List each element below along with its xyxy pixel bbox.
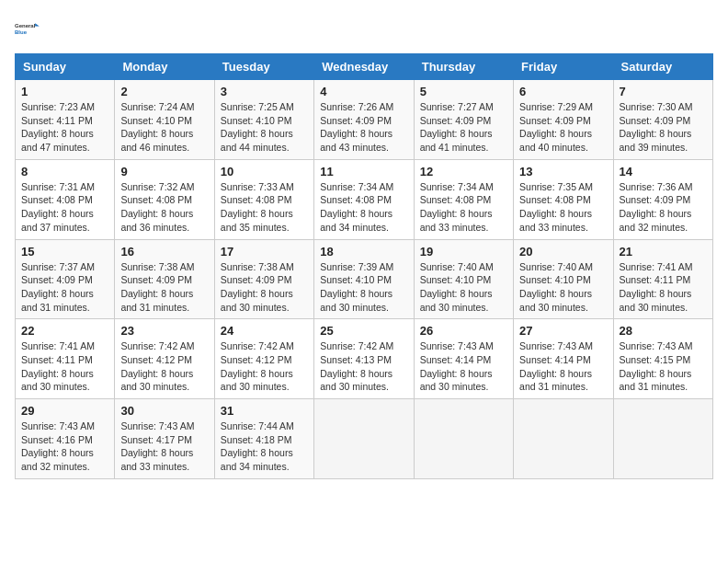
day-info: Sunrise: 7:42 AMSunset: 4:12 PMDaylight:…	[221, 339, 308, 394]
day-number: 11	[320, 165, 407, 178]
day-cell: 7Sunrise: 7:30 AMSunset: 4:09 PMDaylight…	[613, 80, 712, 160]
day-number: 26	[420, 324, 507, 338]
day-cell: 10Sunrise: 7:33 AMSunset: 4:08 PMDayligh…	[214, 159, 313, 239]
day-number: 9	[120, 165, 208, 178]
day-cell: 26Sunrise: 7:43 AMSunset: 4:14 PMDayligh…	[414, 319, 513, 399]
day-info: Sunrise: 7:35 AMSunset: 4:08 PMDaylight:…	[519, 180, 607, 235]
logo-icon: GeneralBlue	[15, 15, 42, 42]
day-number: 10	[221, 165, 308, 178]
day-cell: 1Sunrise: 7:23 AMSunset: 4:11 PMDaylight…	[16, 80, 115, 160]
day-cell: 31Sunrise: 7:44 AMSunset: 4:18 PMDayligh…	[214, 399, 313, 479]
day-info: Sunrise: 7:40 AMSunset: 4:10 PMDaylight:…	[420, 260, 507, 315]
svg-marker-2	[35, 23, 40, 26]
day-info: Sunrise: 7:27 AMSunset: 4:09 PMDaylight:…	[420, 100, 507, 155]
day-cell: 8Sunrise: 7:31 AMSunset: 4:08 PMDaylight…	[16, 159, 115, 239]
day-number: 22	[21, 324, 108, 338]
svg-text:Blue: Blue	[15, 29, 28, 35]
day-number: 16	[120, 245, 208, 259]
day-info: Sunrise: 7:33 AMSunset: 4:08 PMDaylight:…	[221, 180, 308, 235]
day-info: Sunrise: 7:36 AMSunset: 4:09 PMDaylight:…	[620, 180, 707, 235]
day-number: 15	[21, 245, 108, 259]
day-cell: 27Sunrise: 7:43 AMSunset: 4:14 PMDayligh…	[514, 319, 613, 399]
day-cell: 16Sunrise: 7:38 AMSunset: 4:09 PMDayligh…	[115, 239, 214, 319]
svg-text:General: General	[15, 23, 36, 29]
day-number: 18	[320, 245, 407, 259]
day-number: 29	[21, 404, 108, 418]
day-number: 5	[420, 85, 507, 98]
day-cell: 2Sunrise: 7:24 AMSunset: 4:10 PMDaylight…	[115, 80, 214, 160]
day-cell: 20Sunrise: 7:40 AMSunset: 4:10 PMDayligh…	[514, 239, 613, 319]
day-info: Sunrise: 7:34 AMSunset: 4:08 PMDaylight:…	[420, 180, 507, 235]
day-cell: 18Sunrise: 7:39 AMSunset: 4:10 PMDayligh…	[314, 239, 414, 319]
day-info: Sunrise: 7:26 AMSunset: 4:09 PMDaylight:…	[320, 100, 407, 155]
day-info: Sunrise: 7:43 AMSunset: 4:16 PMDaylight:…	[21, 419, 108, 474]
week-row-3: 15Sunrise: 7:37 AMSunset: 4:09 PMDayligh…	[16, 239, 713, 319]
day-number: 20	[519, 245, 607, 259]
day-info: Sunrise: 7:43 AMSunset: 4:14 PMDaylight:…	[519, 339, 607, 394]
day-cell: 14Sunrise: 7:36 AMSunset: 4:09 PMDayligh…	[613, 159, 712, 239]
day-cell: 23Sunrise: 7:42 AMSunset: 4:12 PMDayligh…	[115, 319, 214, 399]
header-friday: Friday	[514, 54, 613, 80]
day-number: 4	[320, 85, 407, 98]
header-tuesday: Tuesday	[214, 54, 313, 80]
day-cell: 9Sunrise: 7:32 AMSunset: 4:08 PMDaylight…	[115, 159, 214, 239]
day-info: Sunrise: 7:42 AMSunset: 4:12 PMDaylight:…	[120, 339, 208, 394]
day-cell	[314, 399, 414, 479]
day-info: Sunrise: 7:32 AMSunset: 4:08 PMDaylight:…	[120, 180, 208, 235]
day-cell: 30Sunrise: 7:43 AMSunset: 4:17 PMDayligh…	[115, 399, 214, 479]
day-number: 14	[620, 165, 707, 178]
day-cell: 15Sunrise: 7:37 AMSunset: 4:09 PMDayligh…	[16, 239, 115, 319]
week-row-5: 29Sunrise: 7:43 AMSunset: 4:16 PMDayligh…	[16, 399, 713, 479]
day-cell	[414, 399, 513, 479]
day-cell: 3Sunrise: 7:25 AMSunset: 4:10 PMDaylight…	[214, 80, 313, 160]
day-number: 12	[420, 165, 507, 178]
header-row: SundayMondayTuesdayWednesdayThursdayFrid…	[16, 54, 713, 80]
day-info: Sunrise: 7:30 AMSunset: 4:09 PMDaylight:…	[620, 100, 707, 155]
header-monday: Monday	[115, 54, 214, 80]
day-info: Sunrise: 7:41 AMSunset: 4:11 PMDaylight:…	[620, 260, 707, 315]
day-info: Sunrise: 7:43 AMSunset: 4:17 PMDaylight:…	[120, 419, 208, 474]
day-info: Sunrise: 7:41 AMSunset: 4:11 PMDaylight:…	[21, 339, 108, 394]
day-number: 17	[221, 245, 308, 259]
header-thursday: Thursday	[414, 54, 513, 80]
day-number: 19	[420, 245, 507, 259]
day-cell: 4Sunrise: 7:26 AMSunset: 4:09 PMDaylight…	[314, 80, 414, 160]
day-number: 7	[620, 85, 707, 98]
day-info: Sunrise: 7:34 AMSunset: 4:08 PMDaylight:…	[320, 180, 407, 235]
day-number: 25	[320, 324, 407, 338]
day-number: 13	[519, 165, 607, 178]
day-cell: 19Sunrise: 7:40 AMSunset: 4:10 PMDayligh…	[414, 239, 513, 319]
day-number: 3	[221, 85, 308, 98]
day-cell: 5Sunrise: 7:27 AMSunset: 4:09 PMDaylight…	[414, 80, 513, 160]
day-cell: 29Sunrise: 7:43 AMSunset: 4:16 PMDayligh…	[16, 399, 115, 479]
day-cell: 21Sunrise: 7:41 AMSunset: 4:11 PMDayligh…	[613, 239, 712, 319]
day-info: Sunrise: 7:37 AMSunset: 4:09 PMDaylight:…	[21, 260, 108, 315]
day-number: 28	[620, 324, 707, 338]
week-row-4: 22Sunrise: 7:41 AMSunset: 4:11 PMDayligh…	[16, 319, 713, 399]
day-cell: 28Sunrise: 7:43 AMSunset: 4:15 PMDayligh…	[613, 319, 712, 399]
day-number: 27	[519, 324, 607, 338]
day-info: Sunrise: 7:42 AMSunset: 4:13 PMDaylight:…	[320, 339, 407, 394]
day-info: Sunrise: 7:29 AMSunset: 4:09 PMDaylight:…	[519, 100, 607, 155]
day-cell: 13Sunrise: 7:35 AMSunset: 4:08 PMDayligh…	[514, 159, 613, 239]
day-info: Sunrise: 7:43 AMSunset: 4:14 PMDaylight:…	[420, 339, 507, 394]
page-header: GeneralBlue	[15, 15, 713, 42]
day-info: Sunrise: 7:23 AMSunset: 4:11 PMDaylight:…	[21, 100, 108, 155]
day-info: Sunrise: 7:40 AMSunset: 4:10 PMDaylight:…	[519, 260, 607, 315]
day-cell	[514, 399, 613, 479]
day-info: Sunrise: 7:39 AMSunset: 4:10 PMDaylight:…	[320, 260, 407, 315]
day-number: 30	[120, 404, 208, 418]
day-info: Sunrise: 7:38 AMSunset: 4:09 PMDaylight:…	[120, 260, 208, 315]
day-info: Sunrise: 7:43 AMSunset: 4:15 PMDaylight:…	[620, 339, 707, 394]
header-wednesday: Wednesday	[314, 54, 414, 80]
day-info: Sunrise: 7:25 AMSunset: 4:10 PMDaylight:…	[221, 100, 308, 155]
day-number: 31	[221, 404, 308, 418]
calendar-table: SundayMondayTuesdayWednesdayThursdayFrid…	[15, 53, 713, 479]
day-info: Sunrise: 7:44 AMSunset: 4:18 PMDaylight:…	[221, 419, 308, 474]
week-row-2: 8Sunrise: 7:31 AMSunset: 4:08 PMDaylight…	[16, 159, 713, 239]
day-number: 21	[620, 245, 707, 259]
day-info: Sunrise: 7:24 AMSunset: 4:10 PMDaylight:…	[120, 100, 208, 155]
day-number: 24	[221, 324, 308, 338]
day-cell: 24Sunrise: 7:42 AMSunset: 4:12 PMDayligh…	[214, 319, 313, 399]
day-cell: 25Sunrise: 7:42 AMSunset: 4:13 PMDayligh…	[314, 319, 414, 399]
